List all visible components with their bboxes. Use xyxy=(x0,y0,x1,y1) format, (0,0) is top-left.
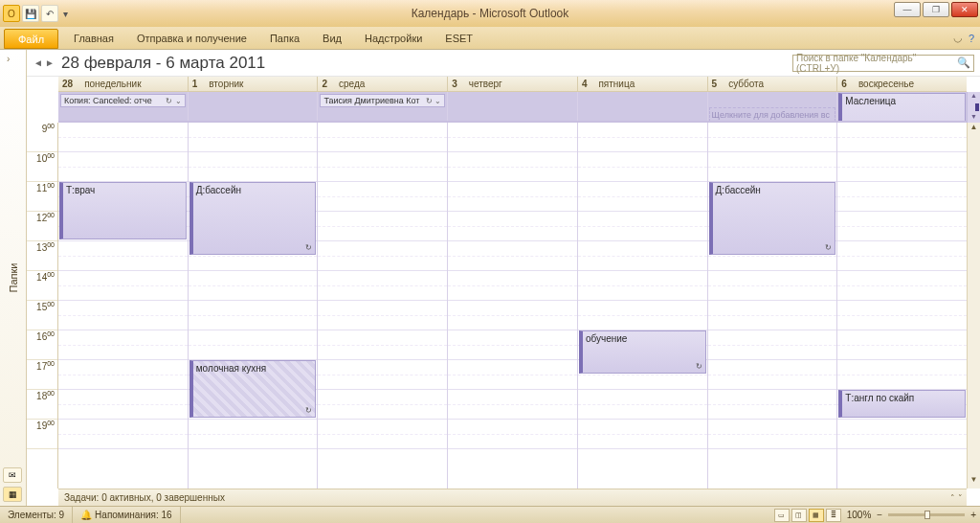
scroll-down-icon[interactable]: ▼ xyxy=(968,113,980,123)
quick-access-toolbar: O 💾 ↶ ▾ xyxy=(0,5,70,22)
appointment[interactable]: молочная кухня↻ xyxy=(189,360,317,418)
expand-folder-pane-icon[interactable]: › xyxy=(7,54,10,64)
view-calendar-button[interactable]: ▦ xyxy=(809,509,824,522)
allday-mon[interactable]: Копия: Canceled: отче↻ ⌄ xyxy=(58,92,189,121)
day-header-sun[interactable]: 6воскресенье xyxy=(837,77,967,91)
day-column[interactable]: Т:англ по скайпТ:англ по скайп xyxy=(837,123,967,489)
outlook-icon[interactable]: O xyxy=(3,5,20,22)
zoom-slider[interactable] xyxy=(888,513,965,516)
view-normal-button[interactable]: ▭ xyxy=(774,509,790,522)
allday-thu[interactable] xyxy=(448,92,578,121)
calendar-header: ◄ ► 28 февраля - 6 марта 2011 Поиск в па… xyxy=(27,50,980,77)
day-column[interactable] xyxy=(448,123,578,489)
appointment-title: Д:бассейн xyxy=(716,185,761,195)
time-label: 1100 xyxy=(27,182,57,212)
day-headers: 28понедельник 1вторник 2среда 3четверг 4… xyxy=(58,77,967,92)
time-label: 1900 xyxy=(27,420,57,449)
window-titlebar: O 💾 ↶ ▾ Календарь - Microsoft Outlook — … xyxy=(0,0,980,27)
calendar-module-icon[interactable]: ▦ xyxy=(3,487,22,502)
view-list-button[interactable]: ≣ xyxy=(826,509,841,522)
day-header-wed[interactable]: 2среда xyxy=(318,77,448,91)
next-week-button[interactable]: ► xyxy=(44,57,56,68)
search-icon[interactable]: 🔍 xyxy=(957,57,970,69)
day-column[interactable]: обучение↻ xyxy=(578,123,708,489)
help-icon[interactable]: ? xyxy=(969,33,974,44)
search-input[interactable]: Поиск в папке "Календарь" (CTRL+У) 🔍 xyxy=(792,55,974,72)
day-column[interactable]: Т:врач xyxy=(58,123,189,489)
allday-event[interactable]: Копия: Canceled: отче↻ ⌄ xyxy=(60,94,186,107)
day-header-mon[interactable]: 28понедельник xyxy=(58,77,189,91)
chevron-up-icon[interactable]: ˄ ˅ xyxy=(950,493,963,503)
close-button[interactable]: ✕ xyxy=(951,2,978,17)
appointment[interactable]: Т:англ по скайп xyxy=(838,390,966,418)
folder-pane-collapsed[interactable]: › Папки ✉ ▦ xyxy=(0,50,27,506)
day-header-sat[interactable]: 5суббота xyxy=(708,77,838,91)
view-reading-button[interactable]: ◫ xyxy=(791,509,807,522)
appointment-title: Т:англ по скайп xyxy=(845,393,914,403)
day-header-tue[interactable]: 1вторник xyxy=(189,77,319,91)
tab-home[interactable]: Главная xyxy=(62,27,125,49)
zoom-in-button[interactable]: + xyxy=(970,510,976,520)
scroll-up-icon[interactable]: ▲ xyxy=(968,123,980,136)
status-reminders[interactable]: 🔔Напоминания: 16 xyxy=(73,507,181,523)
add-event-placeholder[interactable]: Щелкните для добавления вс xyxy=(709,107,836,121)
day-header-fri[interactable]: 4пятница xyxy=(578,77,708,91)
schedule-grid[interactable]: Т:врачД:бассейн↻молочная кухня↻обучение↻… xyxy=(58,123,967,489)
tab-addins[interactable]: Надстройки xyxy=(353,27,434,49)
minimize-button[interactable]: — xyxy=(894,2,921,17)
maximize-button[interactable]: ❐ xyxy=(923,2,949,17)
time-label: 1600 xyxy=(27,330,57,360)
main-area: › Папки ✉ ▦ ◄ ► 28 февраля - 6 марта 201… xyxy=(0,50,980,506)
time-label: 1200 xyxy=(27,212,57,241)
recurrence-icon: ↻ ⌄ xyxy=(426,97,441,105)
appointment-title: Масленица xyxy=(845,96,896,106)
time-label: 1000 xyxy=(27,152,57,182)
allday-wed[interactable]: Таисия Дмитриевна Кот↻ ⌄ xyxy=(318,92,448,121)
mail-module-icon[interactable]: ✉ xyxy=(3,467,22,483)
allday-scrollbar[interactable]: ▲ ▼ xyxy=(967,92,980,123)
time-grid: 9001000110012001300140015001600170018001… xyxy=(27,123,980,489)
appointment[interactable]: Д:бассейн↻ xyxy=(189,182,317,255)
all-day-row: Копия: Canceled: отче↻ ⌄ Таисия Дмитриев… xyxy=(58,92,967,123)
scroll-up-icon[interactable]: ▲ xyxy=(968,92,980,102)
recurrence-icon: ↻ xyxy=(305,243,312,252)
undo-icon[interactable]: ↶ xyxy=(41,5,58,22)
allday-sat[interactable]: Щелкните для добавления вс xyxy=(708,92,838,121)
appointment[interactable]: Д:бассейн↻ xyxy=(709,182,836,255)
time-label: 1500 xyxy=(27,301,57,330)
vertical-scrollbar[interactable]: ▲ ▼ xyxy=(967,123,980,489)
appointment-title: обучение xyxy=(586,333,628,344)
day-header-thu[interactable]: 3четверг xyxy=(448,77,578,91)
tab-eset[interactable]: ESET xyxy=(434,27,484,49)
recurrence-icon: ↻ xyxy=(305,406,312,415)
window-controls: — ❐ ✕ xyxy=(894,2,978,17)
ribbon-minimize-icon[interactable]: ◡ xyxy=(953,32,963,44)
tasks-bar[interactable]: Задачи: 0 активных, 0 завершенных ˄ ˅ xyxy=(58,489,967,506)
day-column[interactable] xyxy=(318,123,448,489)
status-bar: Элементы: 9 🔔Напоминания: 16 ▭ ◫ ▦ ≣ 100… xyxy=(0,506,980,523)
save-icon[interactable]: 💾 xyxy=(22,5,39,22)
scroll-down-icon[interactable]: ▼ xyxy=(968,475,980,489)
allday-tue[interactable] xyxy=(189,92,319,121)
file-tab[interactable]: Файл xyxy=(4,29,58,49)
tab-send-receive[interactable]: Отправка и получение xyxy=(125,27,258,49)
calendar-view: ◄ ► 28 февраля - 6 марта 2011 Поиск в па… xyxy=(27,50,980,506)
appointment[interactable]: Масленица xyxy=(838,93,966,121)
appointment[interactable]: Т:врач xyxy=(59,182,187,239)
appointment[interactable]: обучение↻ xyxy=(579,330,706,374)
time-label: 900 xyxy=(27,123,57,152)
day-column[interactable]: Д:бассейн↻ xyxy=(708,123,838,489)
zoom-out-button[interactable]: − xyxy=(877,510,882,520)
ribbon-tabs: Файл Главная Отправка и получение Папка … xyxy=(0,27,980,50)
allday-sun[interactable]: Масленица xyxy=(837,92,967,121)
day-column[interactable]: Д:бассейн↻молочная кухня↻ xyxy=(189,123,319,489)
allday-event[interactable]: Таисия Дмитриевна Кот↻ ⌄ xyxy=(320,94,445,107)
tab-view[interactable]: Вид xyxy=(311,27,353,49)
prev-week-button[interactable]: ◄ xyxy=(33,57,44,68)
tab-folder[interactable]: Папка xyxy=(258,27,311,49)
tasks-summary: Задачи: 0 активных, 0 завершенных xyxy=(64,492,225,503)
bell-icon: 🔔 xyxy=(80,510,92,520)
allday-fri[interactable] xyxy=(578,92,708,121)
qat-dropdown-icon[interactable]: ▾ xyxy=(60,5,70,22)
time-label: 1400 xyxy=(27,271,57,301)
